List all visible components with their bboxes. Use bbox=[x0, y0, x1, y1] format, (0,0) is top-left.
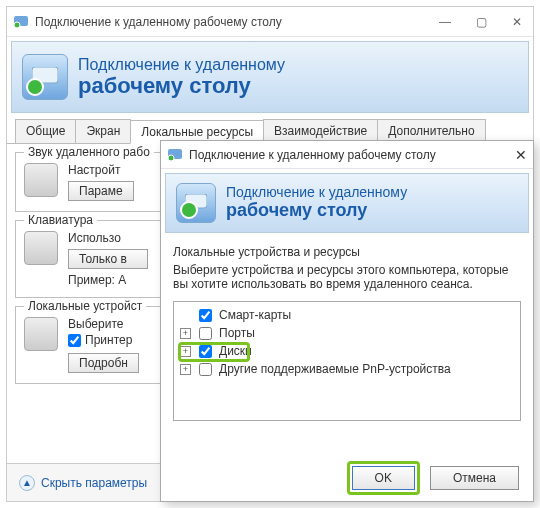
devices-more-button[interactable]: Подробн bbox=[68, 353, 139, 373]
group-keyboard-title: Клавиатура bbox=[24, 213, 97, 227]
drives-label: Диски bbox=[219, 344, 252, 358]
device-tree[interactable]: Смарт-карты + Порты + Диски + Другие под… bbox=[173, 301, 521, 421]
keyboard-mode-dropdown[interactable]: Только в bbox=[68, 249, 148, 269]
svg-rect-2 bbox=[32, 67, 58, 83]
keyboard-icon bbox=[24, 231, 58, 265]
dialog-footer: OK Отмена bbox=[161, 455, 533, 501]
cancel-button[interactable]: Отмена bbox=[430, 466, 519, 490]
devices-icon bbox=[24, 317, 58, 351]
pnp-label: Другие поддерживаемые PnP-устройства bbox=[219, 362, 451, 376]
expand-icon[interactable]: + bbox=[180, 328, 191, 339]
speaker-icon bbox=[24, 163, 58, 197]
tab-general[interactable]: Общие bbox=[15, 119, 76, 143]
smartcards-label: Смарт-карты bbox=[219, 308, 291, 322]
highlight-ok: OK bbox=[347, 461, 420, 495]
printers-checkbox[interactable] bbox=[68, 334, 81, 347]
close-button[interactable]: ✕ bbox=[507, 15, 527, 29]
expand-icon[interactable]: + bbox=[180, 346, 191, 357]
main-title: Подключение к удаленному рабочему столу bbox=[35, 15, 282, 29]
dialog-banner-line1: Подключение к удаленному bbox=[226, 185, 407, 200]
audio-settings-button[interactable]: Параме bbox=[68, 181, 134, 201]
tree-row-drives[interactable]: + Диски bbox=[180, 342, 514, 360]
dialog-title: Подключение к удаленному рабочему столу bbox=[189, 148, 436, 162]
printers-label: Принтер bbox=[85, 333, 132, 347]
hide-options-label: Скрыть параметры bbox=[41, 476, 147, 490]
tree-row-smartcards[interactable]: Смарт-карты bbox=[180, 306, 514, 324]
dialog-section-header: Локальные устройства и ресурсы bbox=[173, 245, 521, 259]
svg-rect-5 bbox=[185, 194, 207, 208]
rdp-banner-icon bbox=[176, 183, 216, 223]
tree-row-pnp[interactable]: + Другие поддерживаемые PnP-устройства bbox=[180, 360, 514, 378]
rdp-banner-icon bbox=[22, 54, 68, 100]
tree-row-ports[interactable]: + Порты bbox=[180, 324, 514, 342]
banner-line1: Подключение к удаленному bbox=[78, 56, 285, 74]
minimize-button[interactable]: — bbox=[435, 15, 455, 29]
smartcards-checkbox[interactable] bbox=[199, 309, 212, 322]
main-banner: Подключение к удаленному рабочему столу bbox=[11, 41, 529, 113]
group-devices-title: Локальные устройст bbox=[24, 299, 146, 313]
rdp-icon bbox=[167, 147, 183, 163]
dialog-banner-line2: рабочему столу bbox=[226, 201, 407, 221]
expand-icon[interactable]: + bbox=[180, 364, 191, 375]
tab-display[interactable]: Экран bbox=[75, 119, 131, 143]
dialog-titlebar: Подключение к удаленному рабочему столу … bbox=[161, 141, 533, 169]
local-resources-dialog: Подключение к удаленному рабочему столу … bbox=[160, 140, 534, 502]
maximize-button[interactable]: ▢ bbox=[471, 15, 491, 29]
ports-label: Порты bbox=[219, 326, 255, 340]
hide-options-toggle[interactable]: ▲ Скрыть параметры bbox=[19, 475, 147, 491]
svg-point-4 bbox=[168, 155, 174, 161]
dialog-banner: Подключение к удаленному рабочему столу bbox=[165, 173, 529, 233]
ok-button[interactable]: OK bbox=[352, 466, 415, 490]
rdp-icon bbox=[13, 14, 29, 30]
main-titlebar: Подключение к удаленному рабочему столу … bbox=[7, 7, 533, 37]
ports-checkbox[interactable] bbox=[199, 327, 212, 340]
drives-checkbox[interactable] bbox=[199, 345, 212, 358]
banner-line2: рабочему столу bbox=[78, 74, 285, 98]
chevron-up-icon: ▲ bbox=[19, 475, 35, 491]
dialog-description: Выберите устройства и ресурсы этого комп… bbox=[173, 263, 521, 291]
svg-point-1 bbox=[14, 22, 20, 28]
dialog-close-button[interactable]: ✕ bbox=[515, 147, 527, 163]
group-audio-title: Звук удаленного рабо bbox=[24, 145, 154, 159]
dialog-content: Локальные устройства и ресурсы Выберите … bbox=[161, 233, 533, 427]
pnp-checkbox[interactable] bbox=[199, 363, 212, 376]
